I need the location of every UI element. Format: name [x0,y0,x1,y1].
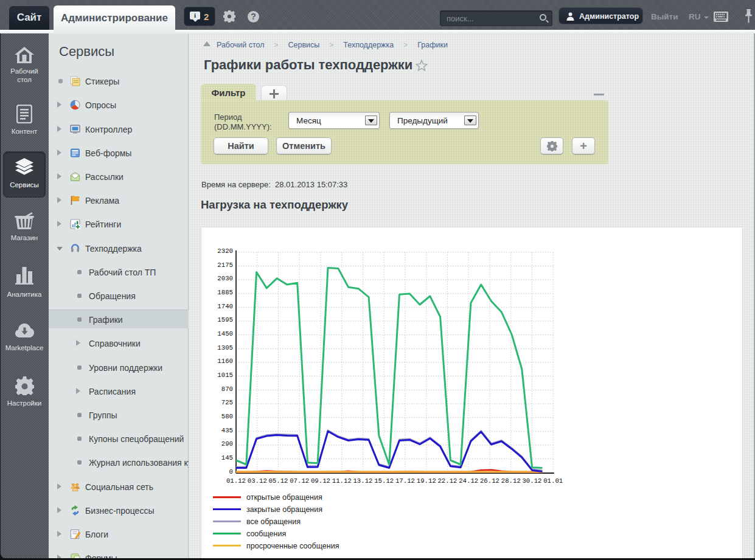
svg-text:1305: 1305 [217,344,233,351]
svg-text:17.12: 17.12 [395,477,415,485]
svg-text:1885: 1885 [217,289,233,296]
svg-text:11.12: 11.12 [332,477,352,485]
svg-text:2320: 2320 [217,247,233,255]
svg-text:03.12: 03.12 [248,477,267,485]
svg-text:07.12: 07.12 [290,477,309,485]
svg-text:870: 870 [221,385,233,393]
svg-text:1450: 1450 [217,330,233,337]
svg-text:01.12: 01.12 [226,477,246,485]
svg-text:28.12: 28.12 [501,477,521,485]
svg-text:2030: 2030 [217,275,233,282]
svg-text:22.12: 22.12 [437,477,457,485]
svg-text:15.12: 15.12 [374,477,394,485]
svg-text:все обращения: все обращения [246,517,301,526]
svg-text:24.12: 24.12 [459,477,478,485]
svg-text:435: 435 [221,427,233,434]
svg-text:30.12: 30.12 [522,477,541,485]
svg-text:1595: 1595 [217,316,233,323]
svg-text:290: 290 [221,440,233,448]
svg-text:01.01: 01.01 [543,477,563,485]
svg-text:05.12: 05.12 [268,477,288,485]
svg-text:09.12: 09.12 [311,477,330,485]
svg-text:725: 725 [221,399,233,406]
svg-text:1015: 1015 [217,372,233,379]
svg-text:сообщения: сообщения [246,530,286,538]
svg-text:580: 580 [221,413,233,420]
svg-text:2175: 2175 [217,261,233,269]
svg-text:0: 0 [229,468,233,475]
svg-text:1740: 1740 [217,303,233,310]
svg-text:1160: 1160 [217,358,233,365]
svg-text:13.12: 13.12 [353,477,372,485]
svg-text:открытые обращения: открытые обращения [246,493,322,502]
svg-text:просроченные сообщения: просроченные сообщения [246,542,339,550]
svg-text:145: 145 [221,454,233,461]
svg-text:26.12: 26.12 [480,477,499,485]
svg-text:закрытые обращения: закрытые обращения [246,505,322,514]
svg-text:19.12: 19.12 [417,477,436,485]
